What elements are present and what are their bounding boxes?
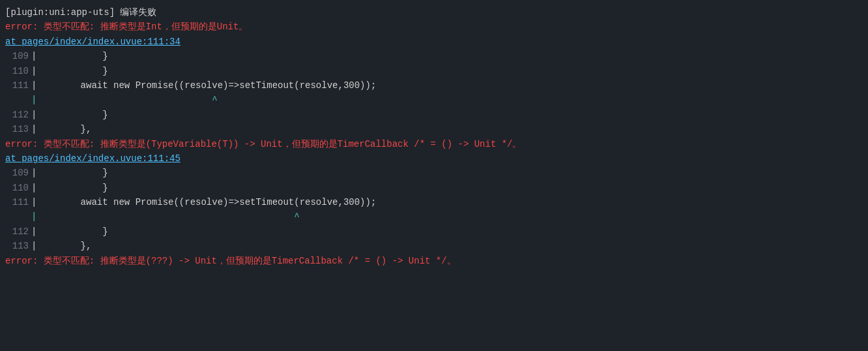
- code-content: | }: [31, 224, 863, 239]
- code-content: | },: [31, 122, 863, 136]
- line-number: 113: [5, 239, 29, 253]
- code-content: | },: [31, 239, 863, 253]
- code-line-109-2: 109 | }: [0, 166, 868, 180]
- code-content: | }: [31, 64, 863, 78]
- code-content: | }: [31, 49, 863, 63]
- line-number: 112: [5, 108, 29, 122]
- line-number: 112: [5, 224, 29, 239]
- plugin-header-line: [plugin:uni:app-uts] 编译失败: [0, 5, 868, 20]
- plugin-header-text: [plugin:uni:app-uts] 编译失败: [5, 5, 863, 20]
- code-content: | await new Promise((resolve)=>setTimeou…: [31, 195, 863, 209]
- line-number-spacer: [5, 209, 29, 224]
- line-number: 110: [5, 181, 29, 195]
- code-line-113-1: 113 | },: [0, 122, 868, 136]
- code-line-109-1: 109 | }: [0, 49, 868, 63]
- error2-message-line: error: 类型不匹配: 推断类型是(TypeVariable(T)) -> …: [0, 137, 868, 151]
- line-number: 113: [5, 122, 29, 136]
- error1-message-text: error: 类型不匹配: 推断类型是Int，但预期的是Unit。: [5, 20, 863, 34]
- error1-message-line: error: 类型不匹配: 推断类型是Int，但预期的是Unit。: [0, 20, 868, 34]
- code-line-112-2: 112 | }: [0, 224, 868, 239]
- caret-indicator-1: | ^: [31, 93, 863, 107]
- error2-message-text: error: 类型不匹配: 推断类型是(TypeVariable(T)) -> …: [5, 137, 863, 151]
- code-content: | await new Promise((resolve)=>setTimeou…: [31, 78, 863, 93]
- code-content: | }: [31, 108, 863, 122]
- terminal-output: [plugin:uni:app-uts] 编译失败 error: 类型不匹配: …: [0, 0, 868, 351]
- code-line-111-1: 111 | await new Promise((resolve)=>setTi…: [0, 78, 868, 93]
- error1-location-line[interactable]: at pages/index/index.uvue:111:34: [0, 35, 868, 49]
- error1-location-link[interactable]: at pages/index/index.uvue:111:34: [5, 35, 863, 49]
- line-number: 109: [5, 166, 29, 180]
- line-number-spacer: [5, 93, 29, 107]
- error2-location-line[interactable]: at pages/index/index.uvue:111:45: [0, 151, 868, 166]
- code-content: | }: [31, 181, 863, 195]
- line-number: 110: [5, 64, 29, 78]
- caret-line-1: | ^: [0, 93, 868, 107]
- line-number: 111: [5, 78, 29, 93]
- code-content: | }: [31, 166, 863, 180]
- caret-indicator-2: | ^: [31, 209, 863, 224]
- code-line-113-2: 113 | },: [0, 239, 868, 253]
- code-line-111-2: 111 | await new Promise((resolve)=>setTi…: [0, 195, 868, 209]
- code-line-110-1: 110 | }: [0, 64, 868, 78]
- caret-line-2: | ^: [0, 209, 868, 224]
- code-line-110-2: 110 | }: [0, 181, 868, 195]
- code-line-112-1: 112 | }: [0, 108, 868, 122]
- error3-message-text: error: 类型不匹配: 推断类型是(???) -> Unit，但预期的是Ti…: [5, 254, 863, 268]
- error3-message-line: error: 类型不匹配: 推断类型是(???) -> Unit，但预期的是Ti…: [0, 254, 868, 268]
- error2-location-link[interactable]: at pages/index/index.uvue:111:45: [5, 151, 863, 166]
- line-number: 109: [5, 49, 29, 63]
- line-number: 111: [5, 195, 29, 209]
